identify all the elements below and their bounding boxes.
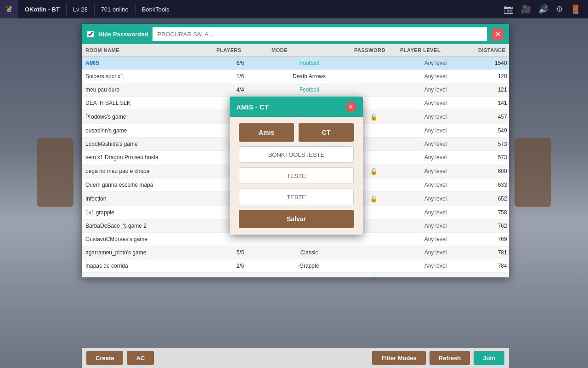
cell-room-name: ousadinn's game — [82, 126, 213, 135]
cell-players: 1/6 — [213, 72, 268, 80]
cell-room-name: GustavoCMoraes's game — [82, 235, 213, 243]
settings-icon[interactable]: ⚙ — [554, 2, 565, 16]
lock-icon: 🔒 — [370, 113, 378, 121]
crown-icon: ♛ — [6, 4, 13, 14]
volume-icon[interactable]: 🔊 — [537, 2, 550, 16]
exit-icon[interactable]: 🚪 — [569, 2, 582, 16]
cell-room-name: vem x1 Dragon Pro seu bosta — [82, 153, 213, 161]
cell-players: 2/6 — [213, 262, 268, 270]
cell-players: 4/4 — [213, 86, 268, 94]
cell-player-level: Any level — [396, 276, 475, 277]
cell-distance: 781 km — [475, 248, 509, 257]
cell-player-level: Any level — [396, 59, 475, 67]
amis-modal-body: Amis CT Salvar — [230, 117, 363, 235]
cell-distance: 141 km — [475, 99, 509, 107]
table-row[interactable]: GustavoCMoraes's game Any level 769 km — [82, 233, 509, 246]
cell-player-level: Any level — [396, 167, 475, 175]
cell-mode: Death Arrows — [268, 72, 351, 80]
cell-player-level: Any level — [396, 153, 475, 161]
table-row[interactable]: AMIS 6/6 Football Any level 1540 km — [82, 57, 509, 70]
cell-mode: Football — [268, 59, 351, 67]
camera-off-icon[interactable]: 📷 — [502, 2, 515, 16]
cell-distance: 652 km — [475, 195, 509, 203]
refresh-button[interactable]: Refresh — [430, 351, 470, 365]
col-password: PASSWORD — [351, 46, 396, 54]
amis-top-row: Amis CT — [239, 123, 354, 142]
cell-players: 5/5 — [213, 248, 268, 257]
cell-players: 6/6 — [213, 59, 268, 67]
cell-room-name: 1v1 grapple — [82, 208, 213, 217]
salvar-button[interactable]: Salvar — [239, 210, 354, 228]
cell-distance: 784 km — [475, 262, 509, 270]
table-headers: ROOM NAME PLAYERS MODE PASSWORD PLAYER L… — [82, 44, 509, 57]
cell-player-level: Any level — [396, 222, 475, 230]
ct-button[interactable]: CT — [299, 123, 354, 142]
cell-distance: 573 km — [475, 140, 509, 148]
cell-room-name: Prodows's game — [82, 113, 213, 121]
panel-header: Hide Passworded ✕ — [82, 24, 509, 44]
cell-player-level: Any level — [396, 262, 475, 270]
topbar-level: Lv 28 — [67, 6, 94, 13]
table-row[interactable]: meu pau duro 4/4 Football Any level 121 … — [82, 83, 509, 97]
hide-passworded-label: Hide Passworded — [98, 31, 148, 38]
cell-player-level: Any level — [396, 99, 475, 107]
cell-distance: 633 km — [475, 181, 509, 189]
topbar-bonktools: BonkTools — [136, 6, 176, 13]
cell-room-name: Quem ganha escolhe mapa — [82, 181, 213, 189]
bottom-bar: Create AC Filter Modes Refresh Join — [82, 348, 509, 368]
cell-password — [351, 238, 396, 240]
amis-input-2[interactable] — [239, 167, 354, 184]
cell-mode: Grapple — [268, 276, 351, 277]
bg-shape-left — [37, 138, 74, 207]
cell-room-name: agarrameu_pinto's game — [82, 248, 213, 257]
cell-distance: 121 km — [475, 86, 509, 94]
col-mode: MODE — [268, 46, 351, 54]
amis-button[interactable]: Amis — [239, 123, 294, 142]
table-row[interactable]: agarrameu_pinto's game 5/5 Classic Any l… — [82, 246, 509, 259]
cell-password — [351, 89, 396, 91]
cell-password — [351, 252, 396, 253]
table-row[interactable]: Snipers spot x1 1/6 Death Arrows Any lev… — [82, 70, 509, 83]
cell-room-name: mapas de corrida — [82, 262, 213, 270]
amis-modal-header: AMIS - CT ✕ — [230, 97, 363, 117]
col-player-level: PLAYER LEVEL — [396, 46, 475, 54]
create-button[interactable]: Create — [86, 351, 123, 365]
join-button[interactable]: Join — [474, 351, 504, 365]
close-panel-button[interactable]: ✕ — [492, 28, 503, 40]
search-input[interactable] — [153, 27, 487, 41]
cell-password — [351, 265, 396, 267]
amis-modal-title: AMIS - CT — [236, 103, 269, 111]
cell-player-level: Any level — [396, 235, 475, 243]
cell-player-level: Any level — [396, 86, 475, 94]
amis-input-1[interactable] — [239, 146, 354, 163]
video-icon[interactable]: 🎥 — [519, 2, 533, 16]
cell-player-level: Any level — [396, 126, 475, 135]
cell-distance: 769 km — [475, 235, 509, 243]
cell-distance: 762 km — [475, 222, 509, 230]
cell-player-level: Any level — [396, 195, 475, 203]
amis-ct-modal: AMIS - CT ✕ Amis CT Salvar — [230, 97, 363, 235]
cell-mode — [268, 238, 351, 240]
amis-close-button[interactable]: ✕ — [345, 101, 356, 112]
cell-room-name: meu pau duro — [82, 86, 213, 94]
hide-passworded-checkbox[interactable] — [87, 31, 94, 37]
cell-players — [213, 238, 268, 240]
lock-icon: 🔒 — [370, 276, 378, 277]
cell-distance: 600 km — [475, 167, 509, 175]
cell-room-name: campeoanto de W.D.B 21:11 — [82, 276, 213, 277]
ac-button[interactable]: AC — [127, 351, 154, 365]
table-row[interactable]: campeoanto de W.D.B 21:11 3/8 Grapple 🔒 … — [82, 273, 509, 277]
table-row[interactable]: mapas de corrida 2/6 Grapple Any level 7… — [82, 259, 509, 273]
filter-modes-button[interactable]: Filter Modes — [372, 351, 426, 365]
cell-mode: Football — [268, 86, 351, 94]
cell-player-level: Any level — [396, 208, 475, 217]
cell-player-level: Any level — [396, 72, 475, 80]
cell-distance: 794 km — [475, 276, 509, 277]
cell-room-name: DEATH BALL SLK — [82, 99, 213, 107]
cell-mode: Grapple — [268, 262, 351, 270]
amis-input-3[interactable] — [239, 189, 354, 205]
cell-room-name: LoboMashida's game — [82, 140, 213, 148]
col-room-name: ROOM NAME — [82, 46, 213, 54]
cell-distance: 758 km — [475, 208, 509, 217]
cell-distance: 573 km — [475, 153, 509, 161]
